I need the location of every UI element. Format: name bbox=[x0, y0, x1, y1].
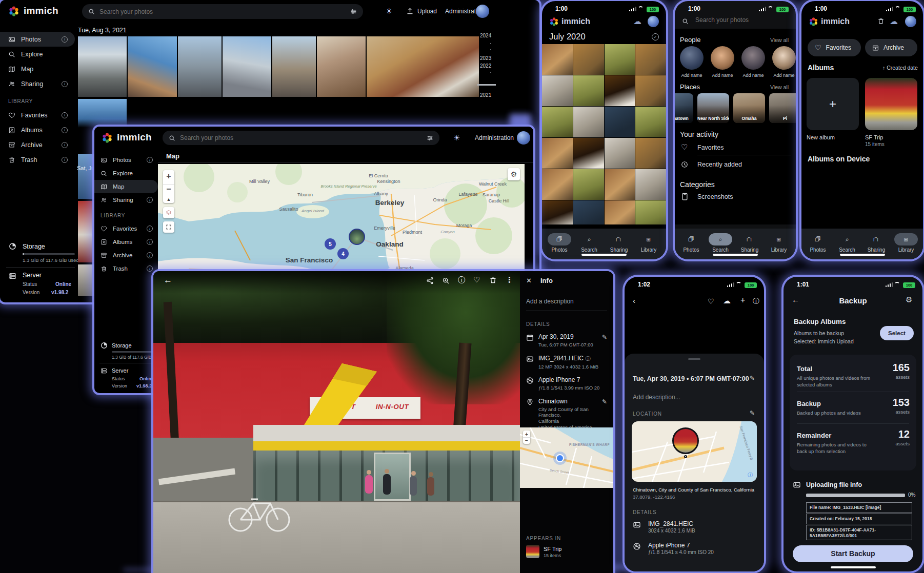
theme-toggle-sun-icon[interactable]: ☀ bbox=[386, 7, 392, 16]
tab-search[interactable]: ⌕Search bbox=[575, 233, 604, 253]
sidebar-item-favorites[interactable]: Favoritesi bbox=[94, 222, 158, 235]
info-icon[interactable]: i bbox=[62, 81, 68, 87]
photo-thumbnail[interactable] bbox=[542, 75, 573, 106]
cloud-upload-icon[interactable]: ☁ bbox=[723, 296, 731, 305]
edit-pencil-icon[interactable]: ✎ bbox=[750, 410, 755, 417]
sidebar-item-photos[interactable]: Photosi bbox=[94, 153, 158, 167]
map-layers-button[interactable] bbox=[163, 207, 174, 218]
photo-thumbnail[interactable] bbox=[573, 138, 604, 169]
info-icon[interactable]: i bbox=[147, 265, 153, 272]
photo-thumbnail[interactable] bbox=[128, 36, 177, 97]
info-icon[interactable]: i bbox=[147, 157, 153, 163]
photo-thumbnail[interactable] bbox=[635, 107, 666, 137]
photo-thumbnail[interactable] bbox=[542, 200, 573, 224]
info-icon[interactable]: ⓘ bbox=[458, 276, 465, 285]
photo-in-n-out[interactable]: IN-N-OUT IN-N-OUT bbox=[153, 271, 520, 573]
more-options-icon[interactable]: ⋮ bbox=[506, 275, 513, 284]
select-button[interactable]: Select bbox=[880, 326, 914, 340]
user-avatar[interactable] bbox=[517, 131, 530, 145]
settings-gear-icon[interactable]: ⚙ bbox=[906, 295, 912, 304]
tab-photos[interactable]: 🗇Photos bbox=[677, 233, 706, 253]
favorites-row[interactable]: Favorites bbox=[697, 144, 724, 151]
person-avatar[interactable] bbox=[772, 46, 796, 70]
description-placeholder[interactable]: Add description... bbox=[633, 394, 680, 401]
info-icon[interactable]: i bbox=[147, 252, 153, 258]
location-map-card[interactable]: San Francisco Ferry B ⓘ bbox=[632, 421, 757, 482]
info-icon[interactable]: i bbox=[147, 197, 153, 203]
sidebar-item-explore[interactable]: Explore bbox=[0, 47, 75, 62]
favorite-heart-icon[interactable]: ♡ bbox=[708, 297, 714, 305]
sidebar-item-sharing[interactable]: Sharingi bbox=[94, 193, 158, 207]
person-avatar[interactable] bbox=[680, 46, 704, 70]
search-input[interactable] bbox=[99, 8, 346, 15]
screenshots-row[interactable]: Screenshots bbox=[697, 193, 733, 200]
share-icon[interactable] bbox=[426, 277, 434, 284]
info-icon[interactable]: i bbox=[62, 112, 68, 118]
photo-thumbnail[interactable] bbox=[78, 201, 94, 262]
edit-pencil-icon[interactable]: ✎ bbox=[602, 398, 607, 405]
upload-icon[interactable] bbox=[406, 7, 414, 15]
photo-thumbnail[interactable] bbox=[605, 44, 635, 75]
photo-thumbnail[interactable] bbox=[635, 200, 666, 224]
photo-thumbnail[interactable] bbox=[573, 169, 604, 200]
info-icon[interactable]: i bbox=[147, 239, 153, 245]
photo-thumbnail[interactable] bbox=[635, 169, 666, 200]
tab-search[interactable]: ⌕Search bbox=[833, 233, 861, 253]
scrubber-handle[interactable] bbox=[477, 84, 496, 86]
map-fullscreen-button[interactable] bbox=[163, 221, 174, 233]
photo-thumbnail[interactable] bbox=[542, 169, 573, 200]
close-icon[interactable]: ✕ bbox=[526, 277, 532, 284]
photo-thumbnail[interactable] bbox=[317, 36, 366, 97]
photo-thumbnail[interactable] bbox=[573, 200, 604, 224]
photo-thumbnail[interactable] bbox=[78, 154, 94, 199]
home-indicator[interactable] bbox=[840, 254, 885, 256]
user-avatar[interactable] bbox=[905, 16, 916, 27]
cloud-sync-icon[interactable]: ☁ bbox=[890, 16, 898, 26]
sidebar-item-archive[interactable]: Archivei bbox=[94, 249, 158, 262]
sidebar-item-albums[interactable]: Albumsi bbox=[94, 235, 158, 249]
tab-search[interactable]: ⌕Search bbox=[706, 233, 735, 253]
place-card[interactable]: Omaha bbox=[733, 93, 765, 123]
back-chevron-icon[interactable]: ‹ bbox=[633, 296, 635, 305]
photo-thumbnail[interactable] bbox=[605, 107, 635, 137]
filter-sliders-icon[interactable] bbox=[427, 135, 433, 141]
photo-thumbnail[interactable] bbox=[542, 44, 573, 75]
home-indicator[interactable] bbox=[713, 254, 758, 256]
edit-pencil-icon[interactable]: ✎ bbox=[750, 375, 755, 382]
info-icon[interactable]: i bbox=[62, 36, 68, 43]
favorite-heart-icon[interactable]: ♡ bbox=[473, 275, 480, 284]
user-avatar[interactable] bbox=[476, 5, 489, 18]
photo-thumbnail[interactable] bbox=[605, 75, 635, 106]
photo-thumbnail[interactable] bbox=[78, 99, 127, 128]
recently-added-row[interactable]: Recently added bbox=[697, 161, 742, 168]
search-bar[interactable] bbox=[163, 131, 439, 145]
sidebar-item-map[interactable]: Map bbox=[94, 180, 158, 193]
add-name-label[interactable]: Add name bbox=[772, 73, 796, 78]
sidebar-item-albums[interactable]: Albumsi bbox=[0, 122, 75, 137]
place-card[interactable]: Chinatown bbox=[675, 93, 693, 123]
theme-toggle-sun-icon[interactable]: ☀ bbox=[453, 133, 460, 142]
administration-link[interactable]: Administration bbox=[475, 134, 514, 141]
filter-sliders-icon[interactable] bbox=[350, 8, 357, 15]
map-zoom-controls[interactable]: +−▲ bbox=[163, 170, 174, 203]
add-name-label[interactable]: Add name bbox=[711, 73, 734, 78]
photo-thumbnail[interactable] bbox=[605, 200, 635, 224]
tab-sharing[interactable]: ⛫Sharing bbox=[605, 233, 633, 253]
tab-library[interactable]: 🗉Library bbox=[634, 233, 663, 253]
search-input[interactable] bbox=[695, 16, 788, 24]
photo-thumbnail[interactable] bbox=[178, 36, 222, 97]
description-placeholder[interactable]: Add a description bbox=[526, 298, 574, 305]
sidebar-item-favorites[interactable]: Favoritesi bbox=[0, 108, 75, 122]
back-arrow-icon[interactable]: ← bbox=[164, 275, 172, 285]
home-indicator[interactable] bbox=[831, 566, 876, 568]
album-thumbnail[interactable] bbox=[526, 545, 539, 558]
photo-thumbnail[interactable] bbox=[367, 36, 479, 97]
new-album-tile[interactable]: + bbox=[807, 78, 859, 130]
map-cluster-marker[interactable]: 5 bbox=[325, 238, 336, 250]
photo-thumbnail[interactable] bbox=[605, 138, 635, 169]
sidebar-item-map[interactable]: Map bbox=[0, 62, 75, 76]
info-icon[interactable]: ⓘ bbox=[753, 297, 759, 306]
sidebar-item-sharing[interactable]: Sharingi bbox=[0, 76, 75, 91]
photo-thumbnail[interactable] bbox=[272, 36, 316, 97]
drag-handle[interactable] bbox=[688, 358, 700, 360]
